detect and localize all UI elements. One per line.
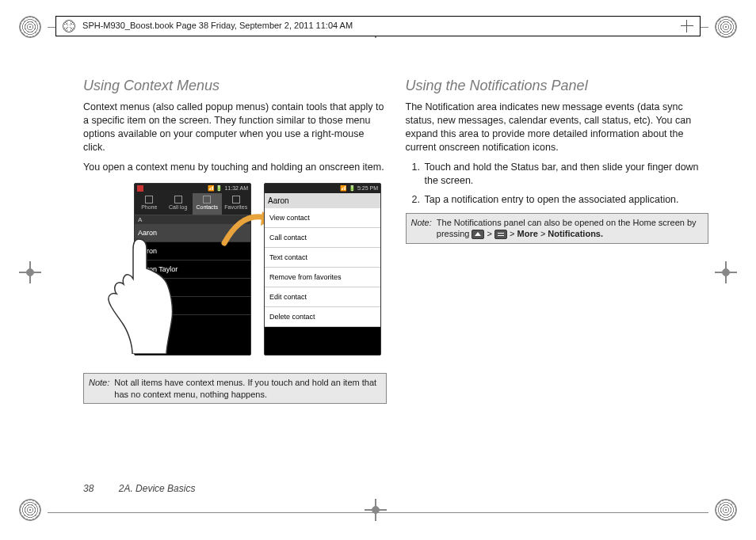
- heading-notifications: Using the Notifications Panel: [406, 78, 709, 94]
- header-text: SPH-M930_Boost.book Page 38 Friday, Sept…: [82, 21, 353, 30]
- menu-item: Call contact: [265, 228, 380, 248]
- para-context-2: You open a context menu by touching and …: [83, 161, 387, 174]
- crop-cross-bm: [365, 499, 387, 524]
- para-context-1: Context menus (also called popup menus) …: [83, 101, 387, 154]
- crop-ring-tl: [19, 16, 41, 41]
- crop-cross-lm: [19, 261, 41, 287]
- menu-item: Text contact: [265, 248, 380, 268]
- note-notifications: Note: The Notifications panel can also b…: [406, 213, 709, 244]
- menu-item: Delete contact: [265, 307, 380, 327]
- column-left: Using Context Menus Context menus (also …: [83, 78, 387, 404]
- section-title: 2A. Device Basics: [119, 483, 196, 494]
- crop-ring-tr: [715, 16, 737, 41]
- page-footer: 38 2A. Device Basics: [83, 483, 195, 494]
- step-2: Tap a notification entry to open the ass…: [423, 193, 709, 207]
- note-label: Note:: [411, 217, 432, 240]
- print-rule-bottom: [48, 512, 708, 513]
- steps-list: Touch and hold the Status bar, and then …: [423, 161, 709, 207]
- crop-cross-rm: [715, 261, 737, 287]
- column-right: Using the Notifications Panel The Notifi…: [406, 78, 709, 404]
- heading-context-menus: Using Context Menus: [83, 78, 387, 94]
- tab-phone: Phone: [135, 193, 164, 215]
- header-ring-icon: [63, 20, 75, 32]
- crop-ring-br: [715, 499, 737, 524]
- step-1: Touch and hold the Status bar, and then …: [423, 161, 709, 188]
- phone-context-menu: 📶 🔋 5:25 PM Aaron View contact Call cont…: [264, 183, 381, 356]
- menu-key-icon: [494, 230, 507, 239]
- para-notif-1: The Notification area indicates new mess…: [406, 101, 709, 154]
- menu-item: Remove from favorites: [265, 268, 380, 287]
- note-context: Note: Not all items have context menus. …: [83, 373, 387, 404]
- header-cross-icon: [681, 20, 693, 32]
- context-menu-illustration: 📶 🔋 11:32 AM Phone Call log Contacts Fav…: [128, 180, 387, 367]
- hand-icon: [91, 235, 178, 354]
- note-text: The Notifications panel can also be open…: [437, 217, 703, 240]
- tab-call-log: Call log: [164, 193, 193, 215]
- crop-ring-bl: [19, 499, 41, 524]
- note-text: Not all items have context menus. If you…: [114, 377, 380, 400]
- page-number: 38: [83, 483, 94, 494]
- menu-title: Aaron: [265, 193, 380, 208]
- print-header: SPH-M930_Boost.book Page 38 Friday, Sept…: [55, 16, 701, 36]
- home-key-icon: [472, 230, 484, 239]
- menu-item: View contact: [265, 208, 380, 228]
- status-bar-left: 📶 🔋 11:32 AM: [135, 184, 250, 193]
- menu-item: Edit contact: [265, 287, 380, 307]
- note-label: Note:: [89, 377, 109, 400]
- status-bar-right: 📶 🔋 5:25 PM: [265, 184, 380, 193]
